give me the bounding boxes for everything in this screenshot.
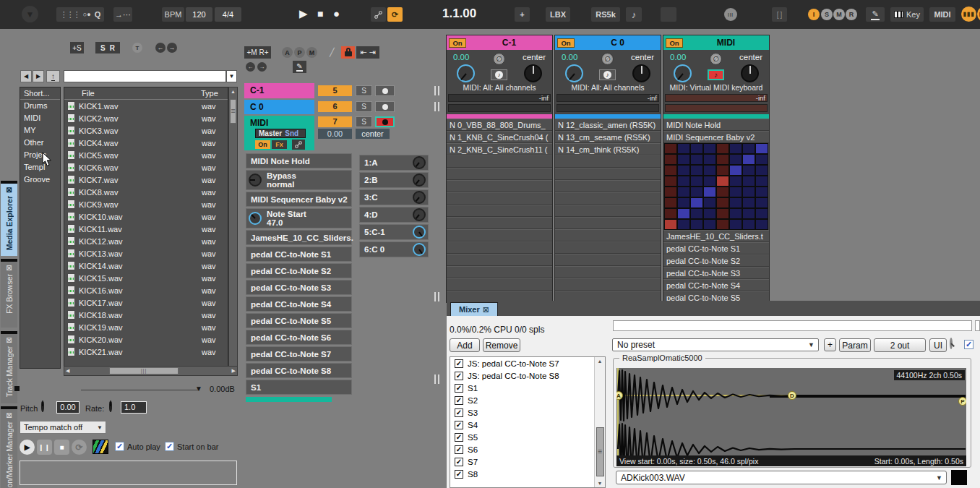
fx-slot[interactable] [555, 180, 661, 192]
file-row[interactable]: KICK17.wavwav [64, 296, 228, 309]
fx-parameter-row[interactable]: S1 [246, 380, 352, 395]
add-button[interactable]: + [515, 7, 530, 22]
fx-slot[interactable] [555, 192, 661, 205]
send-row[interactable]: 5:C-1 [359, 224, 429, 240]
scroll-down-icon[interactable]: ▼ [598, 481, 603, 486]
strip-input[interactable]: MIDI: Virtual MIDI keyboard [663, 83, 769, 92]
grid-cell[interactable] [678, 187, 689, 197]
nav-forward-icon[interactable]: ▶ [33, 70, 44, 82]
scroll-left-icon[interactable]: ◀ [66, 368, 69, 374]
q-button[interactable]: Q [95, 10, 101, 19]
metronome-icon[interactable]: ||| [724, 8, 737, 21]
strip-pan-knob[interactable] [524, 64, 542, 82]
file-row[interactable]: KICK7.wavwav [64, 174, 228, 186]
grid-cell[interactable] [678, 176, 689, 186]
file-row[interactable]: KICK12.wavwav [64, 235, 228, 247]
strip-input[interactable]: MIDI: All: All channels [555, 83, 661, 92]
tcp-forward-icon[interactable]: → [257, 62, 267, 72]
rate-knob[interactable] [109, 401, 112, 412]
env-marker-decay[interactable]: D [788, 391, 796, 400]
strip-name[interactable]: MIDI [683, 38, 769, 48]
fx-chain-item[interactable]: ✓S6 [450, 443, 605, 455]
fx-slot[interactable] [447, 192, 552, 205]
send-knob[interactable] [413, 191, 426, 204]
grid-cell[interactable] [665, 176, 676, 186]
grid-cell[interactable] [691, 144, 702, 153]
side-tab-region-marker-manager[interactable]: ⊠Region/Marker Manager [1, 406, 17, 488]
fx-enabled-checkbox[interactable]: ✓ [455, 470, 463, 479]
file-row[interactable]: KICK8.wavwav [64, 186, 228, 198]
shortcut-item[interactable]: Other [20, 137, 60, 149]
track-name-c0[interactable]: C 0 [244, 100, 314, 114]
grid-cell[interactable] [717, 198, 728, 207]
file-row[interactable]: KICK16.wavwav [64, 284, 228, 296]
send-knob[interactable] [413, 156, 426, 169]
side-tab-track-manager[interactable]: ⊠Track Manager [1, 331, 17, 403]
grid-cell[interactable] [756, 144, 768, 153]
strip-pan-value[interactable]: center [523, 53, 546, 61]
fx-chain-item[interactable]: ✓S7 [450, 455, 605, 468]
track-name-midi[interactable]: MIDI MasterSnd On Fx [244, 116, 314, 150]
fx-slot[interactable] [447, 241, 552, 254]
strip-input[interactable]: MIDI: All: All channels [447, 83, 552, 92]
close-icon[interactable]: ⊠ [6, 186, 12, 194]
fx-parameter-row[interactable]: pedal CC-to-Note S8 [246, 363, 352, 378]
file-row[interactable]: KICK10.wavwav [64, 210, 228, 223]
grid-cell[interactable] [691, 155, 702, 164]
input-indicator[interactable]: I [808, 9, 820, 20]
fx-slot[interactable]: N 1_KNB_C_SineCrush04 ( [447, 131, 552, 143]
path-input[interactable] [64, 70, 226, 82]
fx-slot[interactable] [555, 266, 661, 278]
preset-add-button[interactable]: + [824, 338, 836, 351]
midi-note-button[interactable]: ♪ [708, 69, 724, 80]
fx-slot[interactable] [447, 278, 552, 291]
blank-button[interactable] [661, 7, 676, 22]
time-display[interactable]: 1.1.00 [442, 7, 476, 21]
file-row[interactable]: KICK2.wavwav [64, 112, 228, 124]
pane-grip[interactable] [434, 374, 439, 384]
fx-slot[interactable]: N 13_cm_sesame (RS5K) [555, 131, 661, 143]
strip-pan-knob[interactable] [741, 64, 759, 82]
fx-slot[interactable] [555, 229, 661, 241]
phase-knob[interactable]: ∅ [493, 53, 505, 65]
grid-cell[interactable] [665, 166, 676, 175]
m-button[interactable]: M [306, 47, 317, 58]
recarm-button-c0[interactable] [375, 101, 395, 112]
note-icon[interactable]: ♪ [626, 7, 642, 22]
notes-box[interactable] [20, 461, 237, 485]
fx-chain-item[interactable]: ✓JS: pedal CC-to-Note S7 [450, 357, 605, 369]
lbx-button[interactable]: LBX [546, 7, 570, 22]
column-type[interactable]: Type [201, 87, 228, 99]
grid-cell[interactable] [678, 209, 689, 218]
pane-grip[interactable] [434, 292, 439, 301]
scrollbar-thumb[interactable]: ☰ [230, 99, 236, 124]
grid-cell[interactable] [730, 166, 742, 175]
fx-enabled-checkbox[interactable]: ✓ [455, 421, 463, 429]
forward-icon[interactable]: → [167, 43, 177, 53]
side-tab-fx-browser[interactable]: ⊠FX Browser [1, 259, 17, 328]
volume-value[interactable]: 0.00dB [210, 385, 235, 393]
snap-button[interactable]: +S [70, 42, 84, 53]
grid-cell[interactable] [665, 220, 676, 229]
shortcuts-header[interactable]: Short... [20, 87, 60, 100]
remove-fx-button[interactable]: Remove [483, 338, 520, 352]
lock-icon[interactable] [341, 46, 355, 59]
fx-slot[interactable]: N 0_VBB_88_808_Drums_ [447, 119, 552, 131]
grid-cell[interactable] [665, 209, 676, 218]
preview-stop-button[interactable]: ■ [54, 440, 69, 455]
fx-parameter-row[interactable]: MIDI Sequencer Baby v2 [246, 192, 352, 207]
path-dropdown-icon[interactable]: ▼ [226, 70, 237, 82]
grid-cell[interactable] [717, 187, 728, 197]
insert-track-button[interactable]: +M R+ [244, 46, 271, 59]
link-icon[interactable] [371, 7, 386, 22]
grid-cell[interactable] [743, 166, 755, 175]
grid-cell[interactable] [665, 155, 676, 164]
fx-chain-item[interactable]: ✓S8 [450, 468, 605, 480]
grid-cell[interactable] [678, 144, 689, 153]
fx-slot[interactable] [555, 278, 661, 291]
send-row[interactable]: 2:B [359, 172, 429, 188]
pitch-value[interactable]: 0.00 [56, 401, 79, 414]
grid-cell[interactable] [717, 176, 728, 186]
grid-cell[interactable] [691, 166, 702, 175]
fx-slot[interactable] [447, 180, 552, 192]
